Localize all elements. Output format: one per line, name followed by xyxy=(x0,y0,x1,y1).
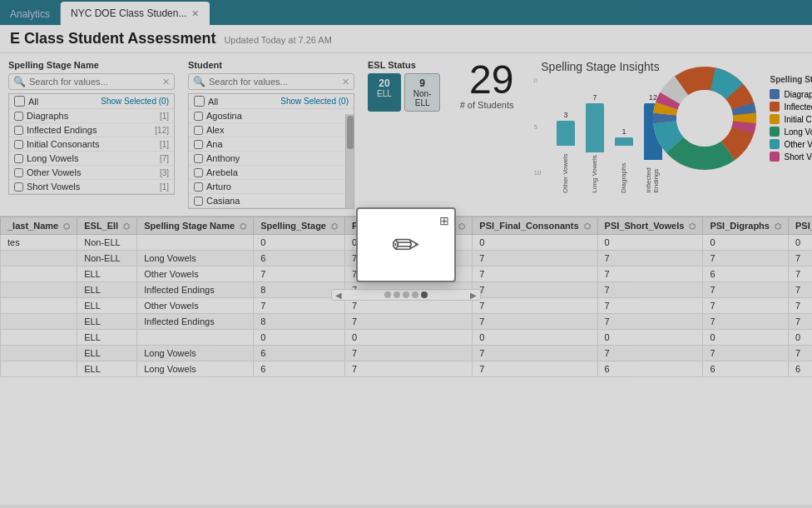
modal-scroll-bar[interactable]: ◀ ▶ xyxy=(331,289,481,301)
scroll-dot-4 xyxy=(412,291,418,298)
pencil-icon: ✏ xyxy=(392,226,420,264)
scroll-dot-5 xyxy=(421,291,428,298)
scroll-dot-2 xyxy=(394,291,400,298)
modal-corner-dots: ⊞ xyxy=(439,214,449,227)
modal-overlay[interactable]: ✏ ⊞ ◀ ▶ xyxy=(0,0,812,508)
scroll-dot-3 xyxy=(403,291,409,298)
scroll-right-icon[interactable]: ▶ xyxy=(470,291,477,300)
scroll-dot-1 xyxy=(384,291,391,298)
scroll-dots xyxy=(345,291,467,298)
scroll-left-icon[interactable]: ◀ xyxy=(335,291,342,300)
modal-box[interactable]: ✏ ⊞ xyxy=(356,207,456,282)
